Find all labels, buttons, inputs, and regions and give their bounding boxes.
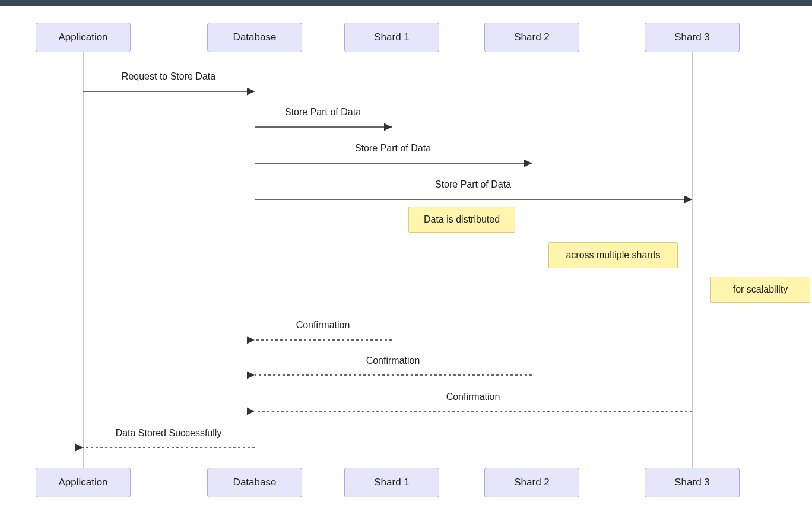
msg-confirmation-s1: Confirmation: [296, 320, 350, 331]
participant-shard1-top: Shard 1: [344, 23, 439, 52]
msg-confirmation-s3: Confirmation: [446, 392, 500, 402]
lifeline-shard1: [392, 52, 392, 468]
note-text: for scalability: [733, 284, 788, 294]
msg-data-stored: Data Stored Successfully: [116, 428, 222, 439]
note-text: across multiple shards: [566, 250, 660, 260]
msg-store-part-s1: Store Part of Data: [285, 107, 361, 118]
participant-label: Shard 1: [374, 477, 410, 488]
msg-store-part-s3: Store Part of Data: [435, 179, 511, 190]
lifeline-application: [83, 52, 84, 468]
participant-label: Application: [58, 31, 107, 43]
top-bar: [0, 0, 812, 6]
lifeline-shard3: [692, 52, 693, 468]
participant-shard2-top: Shard 2: [484, 23, 579, 52]
sequence-diagram: Application Database Shard 1 Shard 2 Sha…: [0, 6, 812, 511]
participant-label: Shard 3: [674, 31, 710, 43]
note-text: Data is distributed: [424, 214, 500, 224]
participant-shard3-bottom: Shard 3: [645, 468, 740, 497]
lifeline-shard2: [532, 52, 532, 468]
msg-request-store: Request to Store Data: [122, 71, 215, 82]
note-data-distributed: Data is distributed: [408, 207, 515, 233]
participant-label: Database: [233, 31, 277, 43]
lifeline-database: [255, 52, 255, 468]
participant-shard2-bottom: Shard 2: [484, 468, 579, 497]
note-for-scalability: for scalability: [710, 277, 810, 303]
participant-label: Application: [58, 477, 107, 488]
participant-label: Shard 3: [674, 477, 710, 488]
note-across-shards: across multiple shards: [548, 242, 678, 268]
participant-label: Database: [233, 477, 277, 488]
participant-shard1-bottom: Shard 1: [344, 468, 439, 497]
participant-label: Shard 2: [514, 477, 550, 488]
participant-database-top: Database: [207, 23, 302, 52]
participant-label: Shard 2: [514, 31, 550, 43]
msg-store-part-s2: Store Part of Data: [355, 143, 431, 154]
msg-confirmation-s2: Confirmation: [366, 356, 420, 366]
participant-database-bottom: Database: [207, 468, 302, 497]
participant-label: Shard 1: [374, 31, 410, 43]
participant-application-bottom: Application: [36, 468, 131, 497]
participant-application-top: Application: [36, 23, 131, 52]
participant-shard3-top: Shard 3: [645, 23, 740, 52]
